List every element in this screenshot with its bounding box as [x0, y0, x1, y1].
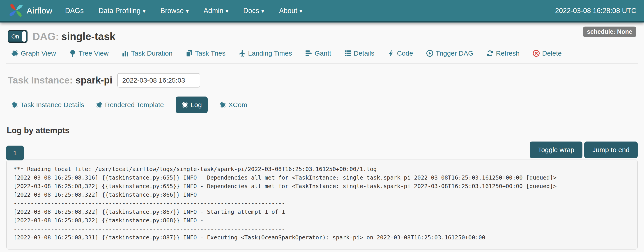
nav-item-label: Data Profiling: [98, 7, 140, 15]
tab-label: Rendered Template: [105, 101, 164, 109]
airflow-pinwheel-logo-icon: [8, 2, 24, 19]
nav-item-docs[interactable]: Docs ▾: [243, 7, 264, 15]
log-line: [2022-03-08 16:25:08,322] {{taskinstance…: [14, 191, 630, 199]
burst-icon: [96, 102, 102, 108]
list-icon: [344, 50, 352, 57]
page-title: DAG:single-task: [32, 30, 116, 42]
log-buttons: Toggle wrap Jump to end: [530, 141, 638, 158]
button-delete-dag[interactable]: Delete: [532, 49, 562, 57]
nav-item-data-profiling[interactable]: Data Profiling ▾: [98, 7, 146, 15]
tab-label: Trigger DAG: [436, 49, 473, 57]
nav-item-dags[interactable]: DAGs: [65, 7, 84, 15]
tab-label: XCom: [228, 101, 247, 109]
burst-icon: [220, 102, 226, 108]
toggle-wrap-button[interactable]: Toggle wrap: [530, 141, 582, 158]
tab-log[interactable]: Log: [176, 97, 208, 113]
dag-name: single-task: [61, 31, 116, 42]
tab-details[interactable]: Details: [344, 49, 374, 57]
play-circle-icon: [426, 50, 434, 57]
nav-item-admin[interactable]: Admin ▾: [204, 7, 228, 15]
nav-item-label: About: [279, 7, 297, 15]
nav-item-label: Docs: [243, 7, 259, 15]
tab-landing-times[interactable]: Landing Times: [238, 49, 292, 57]
dag-header: On DAG:single-task schedule: None: [6, 30, 638, 43]
chevron-down-icon: ▾: [226, 8, 228, 14]
nav-menu: DAGs Data Profiling ▾ Browse ▾ Admin ▾ D…: [65, 7, 302, 15]
plane-icon: [238, 50, 246, 57]
toggle-knob: [22, 31, 26, 42]
tab-label: Task Tries: [195, 49, 226, 57]
dag-view-tabs: Graph View Tree View Task Duration Task …: [11, 49, 638, 57]
page-content: On DAG:single-task schedule: None Graph …: [0, 22, 644, 250]
refresh-icon: [486, 50, 494, 57]
tab-label: Delete: [542, 49, 562, 57]
schedule-badge: schedule: None: [583, 26, 636, 37]
chevron-down-icon: ▾: [300, 8, 302, 14]
copy-pages-icon: [186, 50, 193, 57]
log-line: [2022-03-08 16:25:08,331] {{taskinstance…: [14, 233, 630, 242]
bolt-icon: [388, 50, 394, 57]
nav-item-browse[interactable]: Browse ▾: [160, 7, 188, 15]
tab-xcom[interactable]: XCom: [220, 101, 247, 109]
button-trigger-dag[interactable]: Trigger DAG: [426, 49, 473, 57]
tab-code[interactable]: Code: [388, 49, 413, 57]
tab-label: Graph View: [21, 49, 56, 57]
log-output-panel[interactable]: *** Reading local file: /usr/local/airfl…: [6, 159, 638, 250]
task-instance-header: Task Instance: spark-pi: [8, 73, 638, 88]
task-instance-tabs: Task Instance Details Rendered Template …: [11, 97, 638, 113]
tab-gantt[interactable]: Gantt: [305, 49, 331, 57]
nav-item-label: DAGs: [65, 7, 84, 15]
log-line: [2022-03-08 16:25:08,316] {{taskinstance…: [14, 173, 630, 182]
dag-title-prefix: DAG:: [32, 31, 59, 42]
log-section-heading: Log by attempts: [7, 126, 638, 135]
tab-task-tries[interactable]: Task Tries: [186, 49, 226, 57]
chevron-down-icon: ▾: [143, 8, 146, 14]
tab-rendered-template[interactable]: Rendered Template: [96, 101, 164, 109]
tab-label: Gantt: [314, 49, 331, 57]
button-refresh[interactable]: Refresh: [486, 49, 520, 57]
log-line: [2022-03-08 16:25:08,322] {{taskinstance…: [14, 182, 630, 191]
utc-clock: 2022-03-08 16:28:08 UTC: [555, 7, 636, 15]
toggle-on-label: On: [8, 33, 22, 40]
log-line: [2022-03-08 16:25:08,322] {{taskinstance…: [14, 208, 630, 216]
tab-task-instance-details[interactable]: Task Instance Details: [11, 101, 84, 109]
log-line: *** Reading local file: /usr/local/airfl…: [14, 165, 630, 173]
tab-label: Details: [354, 49, 374, 57]
log-attempts-bar: 1 Toggle wrap Jump to end: [6, 141, 638, 159]
tab-graph-view[interactable]: Graph View: [11, 49, 56, 57]
nav-item-about[interactable]: About ▾: [279, 7, 302, 15]
bar-chart-icon: [122, 50, 129, 57]
log-line: [2022-03-08 16:25:08,322] {{taskinstance…: [14, 216, 630, 225]
attempt-tab-1[interactable]: 1: [6, 145, 24, 160]
gantt-bars-icon: [305, 50, 312, 57]
airflow-brand[interactable]: Airflow: [8, 2, 52, 19]
tab-label: Task Duration: [131, 49, 172, 57]
tab-label: Code: [397, 49, 413, 57]
burst-icon: [11, 50, 18, 57]
tab-label: Log: [190, 101, 202, 109]
execution-date-input[interactable]: [117, 73, 200, 88]
tab-tree-view[interactable]: Tree View: [69, 49, 108, 57]
jump-to-end-button[interactable]: Jump to end: [584, 141, 638, 158]
top-navbar: Airflow DAGs Data Profiling ▾ Browse ▾ A…: [0, 0, 644, 22]
tab-label: Tree View: [78, 49, 108, 57]
tab-label: Landing Times: [248, 49, 292, 57]
burst-icon: [182, 102, 188, 108]
task-name: spark-pi: [76, 75, 112, 86]
log-line: ----------------------------------------…: [14, 225, 630, 233]
tab-task-duration[interactable]: Task Duration: [122, 49, 172, 57]
tab-label: Task Instance Details: [20, 101, 84, 109]
chevron-down-icon: ▾: [186, 8, 189, 14]
chevron-down-icon: ▾: [261, 8, 264, 14]
section-divider: [6, 63, 638, 64]
task-instance-prefix: Task Instance:: [8, 75, 73, 86]
delete-circle-x-icon: [532, 50, 540, 57]
nav-item-label: Browse: [160, 7, 184, 15]
brand-label: Airflow: [26, 6, 52, 15]
tree-icon: [69, 50, 76, 57]
log-line: ----------------------------------------…: [14, 199, 630, 208]
tab-label: Refresh: [496, 49, 520, 57]
dag-pause-toggle[interactable]: On: [8, 30, 28, 43]
burst-icon: [11, 102, 18, 108]
nav-item-label: Admin: [204, 7, 224, 15]
